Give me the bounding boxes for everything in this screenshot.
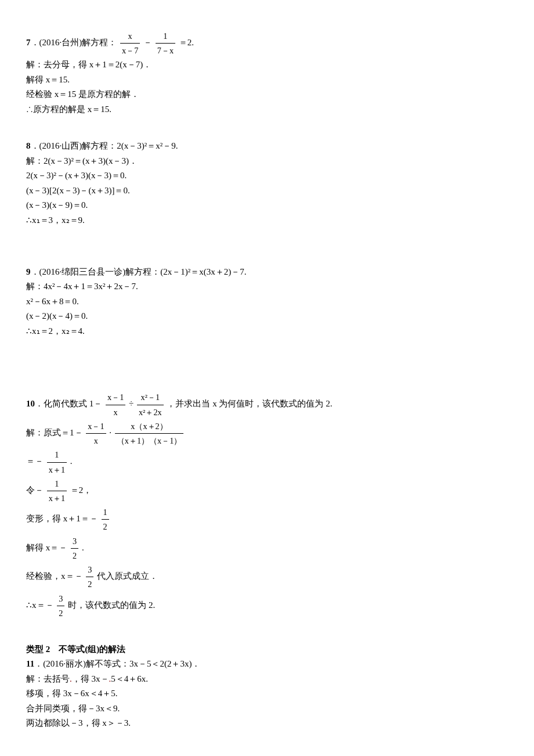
p8-question: 8．(2016·山西)解方程：2(x－3)²＝x²－9. xyxy=(26,139,510,154)
p11-step1: 解：去括号.，得 3x－.5＜4＋6x. xyxy=(26,672,510,687)
p10-step7: ∴x＝－ 32 时，该代数式的值为 2. xyxy=(26,592,510,620)
p10-f1: x－1x xyxy=(106,390,125,419)
p8-num: 8 xyxy=(26,141,31,150)
p7-step3: 经检验 x＝15 是原方程的解． xyxy=(26,87,510,102)
p10-step5: 解得 x＝－ 32 . xyxy=(26,534,510,563)
p10-step6: 经检验，x＝－ 32 代入原式成立． xyxy=(26,563,510,591)
p10-step1: 解：原式＝1－ x－1x · x（x＋2）（x＋1）（x－1） xyxy=(26,419,510,448)
p11-step4: 两边都除以－3，得 x＞－3. xyxy=(26,716,510,731)
p9-question: 9．(2016·绵阳三台县一诊)解方程：(2x－1)²＝x(3x＋2)－7. xyxy=(26,265,510,280)
problem-10: 10．化简代数式 1－ x－1x ÷ x²－1x²＋2x ，并求出当 x 为何值… xyxy=(26,390,510,620)
problem-7: 7．(2016·台州)解方程： xx－7 － 17－x ＝2. 解：去分母，得 … xyxy=(26,29,510,117)
p10-step2: ＝－ 1x＋1 . xyxy=(26,448,510,476)
p10-question: 10．化简代数式 1－ x－1x ÷ x²－1x²＋2x ，并求出当 x 为何值… xyxy=(26,390,510,419)
section-2-title: 类型 2 不等式(组)的解法 xyxy=(26,642,510,657)
problem-11: 11．(2016·丽水)解不等式：3x－5＜2(2＋3x)． 解：去括号.，得 … xyxy=(26,657,510,731)
p10-num: 10 xyxy=(26,399,35,409)
p11-num: 11 xyxy=(26,659,34,668)
p7-src: (2016·台州)解方程： xyxy=(39,38,117,47)
p7-step4: ∴原方程的解是 x＝15. xyxy=(26,102,510,117)
p8-src: (2016·山西)解方程：2(x－3)²＝x²－9. xyxy=(39,141,178,150)
p11-step3: 合并同类项，得－3x＜9. xyxy=(26,701,510,717)
p9-num: 9 xyxy=(26,267,31,276)
p8-step4: (x－3)(x－9)＝0. xyxy=(26,198,510,213)
p7-step1: 解：去分母，得 x＋1＝2(x－7)． xyxy=(26,57,510,73)
p7-num: 7 xyxy=(26,38,31,47)
p7-question: 7．(2016·台州)解方程： xx－7 － 17－x ＝2. xyxy=(26,29,510,57)
p9-step4: ∴x₁＝2，x₂＝4. xyxy=(26,324,510,339)
p7-frac2: 17－x xyxy=(156,29,175,57)
p8-step5: ∴x₁＝3，x₂＝9. xyxy=(26,213,510,228)
p9-step1: 解：4x²－4x＋1＝3x²＋2x－7. xyxy=(26,279,510,294)
p8-step3: (x－3)[2(x－3)－(x＋3)]＝0. xyxy=(26,183,510,199)
p10-step4: 变形，得 x＋1＝－ 12 xyxy=(26,505,510,534)
p8-step1: 解：2(x－3)²＝(x＋3)(x－3)． xyxy=(26,154,510,169)
p9-step2: x²－6x＋8＝0. xyxy=(26,294,510,309)
p11-step2: 移项，得 3x－6x＜4＋5. xyxy=(26,686,510,701)
p8-step2: 2(x－3)²－(x＋3)(x－3)＝0. xyxy=(26,168,510,183)
problem-8: 8．(2016·山西)解方程：2(x－3)²＝x²－9. 解：2(x－3)²＝(… xyxy=(26,139,510,228)
p7-step2: 解得 x＝15. xyxy=(26,73,510,88)
p9-src: (2016·绵阳三台县一诊)解方程：(2x－1)²＝x(3x＋2)－7. xyxy=(39,267,247,276)
p7-frac1: xx－7 xyxy=(120,29,140,57)
p10-step3: 令－ 1x＋1 ＝2， xyxy=(26,477,510,505)
p10-f2: x²－1x²＋2x xyxy=(137,390,164,419)
p11-question: 11．(2016·丽水)解不等式：3x－5＜2(2＋3x)． xyxy=(26,657,510,672)
p11-src: (2016·丽水)解不等式：3x－5＜2(2＋3x)． xyxy=(43,659,200,668)
problem-9: 9．(2016·绵阳三台县一诊)解方程：(2x－1)²＝x(3x＋2)－7. 解… xyxy=(26,265,510,339)
p9-step3: (x－2)(x－4)＝0. xyxy=(26,309,510,324)
